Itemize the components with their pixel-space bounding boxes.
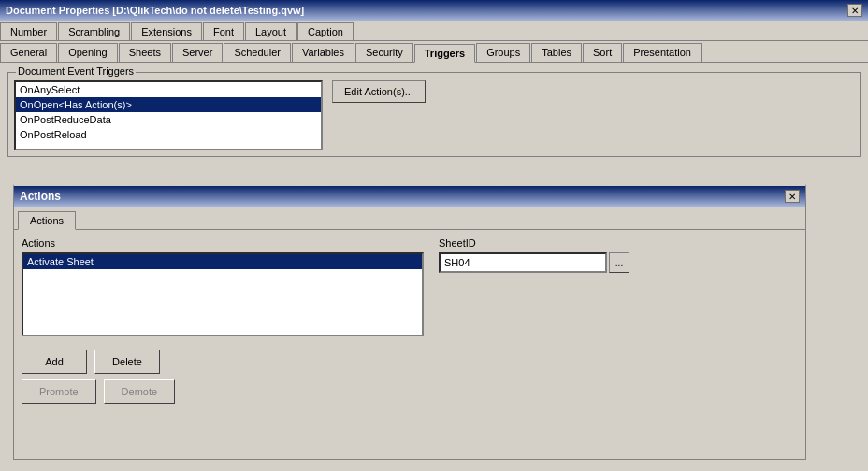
tab-layout[interactable]: Layout xyxy=(245,22,297,40)
triggers-content: OnAnySelect OnOpen<Has Action(s)> OnPost… xyxy=(14,80,854,150)
sheet-id-browse-button[interactable]: ... xyxy=(609,252,629,273)
tab-general[interactable]: General xyxy=(0,43,57,62)
tab-tables[interactable]: Tables xyxy=(531,43,582,62)
trigger-item-onopen[interactable]: OnOpen<Has Action(s)> xyxy=(16,97,321,112)
demote-button[interactable]: Demote xyxy=(104,379,176,404)
actions-tab-row: Actions xyxy=(14,207,805,230)
document-event-triggers-group: Document Event Triggers OnAnySelect OnOp… xyxy=(7,72,861,157)
trigger-item-onpostreducedata[interactable]: OnPostReduceData xyxy=(16,112,321,127)
top-tab-row: Number Scrambling Extensions Font Layout… xyxy=(0,21,868,41)
action-item-activate-sheet[interactable]: Activate Sheet xyxy=(23,254,422,269)
tab-variables[interactable]: Variables xyxy=(292,43,354,62)
trigger-item-onanyselect[interactable]: OnAnySelect xyxy=(16,82,321,97)
actions-column-label: Actions xyxy=(22,237,424,249)
tab-caption[interactable]: Caption xyxy=(297,22,354,40)
tab-groups[interactable]: Groups xyxy=(476,43,530,62)
delete-button[interactable]: Delete xyxy=(94,350,160,374)
actions-footer-2: Promote Demote xyxy=(14,379,805,409)
group-box-label: Document Event Triggers xyxy=(16,65,136,77)
sheet-id-column: SheetID ... xyxy=(439,237,629,273)
tab-extensions[interactable]: Extensions xyxy=(131,22,202,40)
edit-actions-button[interactable]: Edit Action(s)... xyxy=(332,80,426,103)
bottom-tab-row: General Opening Sheets Server Scheduler … xyxy=(0,41,868,63)
doc-props-body: Document Event Triggers OnAnySelect OnOp… xyxy=(0,63,868,166)
tab-opening[interactable]: Opening xyxy=(58,43,118,62)
tab-sheets[interactable]: Sheets xyxy=(119,43,171,62)
sheet-id-row: ... xyxy=(439,252,629,273)
triggers-list[interactable]: OnAnySelect OnOpen<Has Action(s)> OnPost… xyxy=(14,80,323,150)
actions-main-row: Actions Activate Sheet SheetID ... xyxy=(22,237,798,336)
actions-list[interactable]: Activate Sheet xyxy=(22,252,424,336)
tab-presentation[interactable]: Presentation xyxy=(623,43,702,62)
actions-footer: Add Delete xyxy=(14,344,805,379)
tab-scrambling[interactable]: Scrambling xyxy=(58,22,130,40)
trigger-item-onpostreload[interactable]: OnPostReload xyxy=(16,127,321,142)
tab-sort[interactable]: Sort xyxy=(583,43,622,62)
actions-tab-actions[interactable]: Actions xyxy=(18,211,76,230)
actions-body: Actions Activate Sheet SheetID ... xyxy=(14,230,805,344)
add-button[interactable]: Add xyxy=(22,350,87,374)
actions-dialog-title: Actions xyxy=(20,190,61,203)
tab-scheduler[interactable]: Scheduler xyxy=(224,43,291,62)
sheet-id-input[interactable] xyxy=(439,252,607,273)
actions-title-bar: Actions ✕ xyxy=(14,186,805,207)
tab-security[interactable]: Security xyxy=(355,43,413,62)
title-bar: Document Properties [D:\QlikTech\do not … xyxy=(0,0,868,21)
title-bar-text: Document Properties [D:\QlikTech\do not … xyxy=(6,5,304,16)
actions-dialog-close-button[interactable]: ✕ xyxy=(785,190,800,203)
title-bar-close-button[interactable]: ✕ xyxy=(847,4,862,17)
promote-button[interactable]: Promote xyxy=(22,379,96,404)
tab-font[interactable]: Font xyxy=(203,22,244,40)
sheet-id-label: SheetID xyxy=(439,237,629,249)
tab-number[interactable]: Number xyxy=(0,22,57,40)
actions-dialog: Actions ✕ Actions Actions Activate Sheet… xyxy=(13,184,806,460)
tab-triggers[interactable]: Triggers xyxy=(414,44,475,63)
tab-server[interactable]: Server xyxy=(172,43,223,62)
actions-column: Actions Activate Sheet xyxy=(22,237,424,336)
